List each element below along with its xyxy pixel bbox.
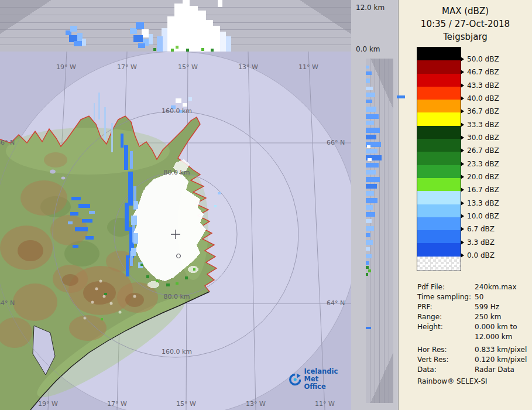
range-ring-label: 80.0 km [163,169,190,176]
product-datetime: 10:35 / 27-Oct-2018 [399,18,532,30]
info-row: 12.000 km [417,332,530,342]
scale-value-label: 0.0 dBZ [467,251,495,259]
altitude-scale-max-label: 12.0 km [356,4,385,12]
scale-arrow-icon [461,201,464,206]
info-value: 0.833 km/pixel [475,345,530,355]
scale-value-label: 33.3 dBZ [467,121,499,129]
scale-row: 20.0 dBZ [461,173,499,181]
info-label: Range: [417,312,475,322]
info-label: Pdf File: [417,282,475,292]
below-threshold-swatch [417,257,461,271]
scale-arrow-icon [461,162,464,166]
info-value: 12.000 km [475,332,530,342]
scale-swatch [417,165,461,178]
scale-row: 36.7 dBZ [461,107,499,115]
lon-label-bottom: 13° W [246,400,266,408]
scale-row: 3.3 dBZ [461,238,495,247]
info-label: Time sampling: [417,292,475,302]
info-row: Hor Res:0.833 km/pixel [417,345,530,355]
legend-panel: MAX (dBZ) 10:35 / 27-Oct-2018 Teigsbjarg [398,0,532,410]
lon-label-bottom: 19° W [38,400,58,408]
scale-arrow-icon [461,57,464,62]
info-label: PRF: [417,302,475,312]
scale-value-label: 20.0 dBZ [467,173,499,181]
scale-value-label: 30.0 dBZ [467,134,499,142]
scale-row: 6.7 dBZ [461,225,495,233]
range-ring-label: 80.0 km [163,293,190,300]
scale-swatch [417,126,461,139]
info-row: Pdf File:240km.max [417,282,530,292]
lat-label-right: 64° N [327,299,345,307]
info-value: Radar Data [475,365,530,375]
info-value: 599 Hz [475,302,530,312]
scale-value-label: 43.3 dBZ [467,81,499,90]
scale-arrow-icon [461,83,464,88]
dbz-color-scale [417,47,461,271]
range-ring-label: 160.0 km [162,107,192,115]
info-label: Vert Res: [417,355,475,365]
product-title: MAX (dBZ) [399,5,532,18]
scale-arrow-icon [461,240,464,245]
info-value: 50 [475,292,530,302]
product-title-block: MAX (dBZ) 10:35 / 27-Oct-2018 Teigsbjarg [399,5,532,43]
scale-arrow-icon [461,227,464,231]
lon-label-bottom: 11° W [315,400,335,408]
product-info: Pdf File:240km.max Time sampling:50 PRF:… [417,282,530,375]
scale-row: 26.7 dBZ [461,146,499,155]
scale-row: 13.3 dBZ [461,199,499,207]
top-cross-section-canvas [0,0,351,52]
scale-row: 46.7 dBZ [461,68,499,76]
radar-viewer: 19° W 17° W 15° W 13° W 11° W 19° W 17° … [0,0,532,410]
side-cross-section-panel [366,59,393,403]
radar-map-panel: 19° W 17° W 15° W 13° W 11° W 19° W 17° … [0,52,351,410]
scale-row: 43.3 dBZ [461,81,499,90]
lon-label-bottom: 15° W [176,400,196,408]
scale-arrow-icon [461,253,464,258]
scale-swatch [417,100,461,112]
scale-swatch [417,191,461,204]
imo-logo-icon [289,373,301,386]
info-row: Time sampling:50 [417,292,530,302]
scale-swatch [417,230,461,243]
lon-label-top: 15° W [178,63,198,71]
scale-value-label: 26.7 dBZ [467,146,499,155]
scale-value-label: 46.7 dBZ [467,68,499,76]
scale-row: 23.3 dBZ [461,160,499,168]
lon-label-top: 17° W [117,63,137,71]
altitude-scale-min-label: 0.0 km [356,45,380,53]
info-value: 240km.max [475,282,530,292]
scale-row: 33.3 dBZ [461,121,499,129]
lon-label-top: 13° W [238,63,258,71]
info-row: PRF:599 Hz [417,302,530,312]
scale-arrow-icon [461,122,464,127]
info-row: Height:0.000 km to [417,322,530,332]
scale-swatch [417,178,461,191]
scale-value-label: 13.3 dBZ [467,199,499,207]
scale-swatch [417,243,461,256]
scale-arrow-icon [461,187,464,192]
scale-arrow-icon [461,175,464,179]
scale-swatch [417,47,461,60]
software-credit: Rainbow® SELEX-SI [417,377,488,385]
scale-value-label: 16.7 dBZ [467,186,499,194]
info-value: 0.120 km/pixel [475,355,530,365]
info-label [417,332,475,342]
scale-swatch [417,139,461,152]
scale-arrow-icon [461,135,464,140]
scale-value-label: 10.0 dBZ [467,212,499,220]
lat-label-left: 64° N [0,299,15,307]
scale-value-label: 23.3 dBZ [467,160,499,168]
scale-swatch [417,217,461,230]
scale-swatch [417,112,461,125]
side-cross-section-canvas [366,59,393,403]
scale-swatch [417,74,461,87]
scale-value-label: 3.3 dBZ [467,238,495,247]
scale-arrow-icon [461,148,464,153]
info-label: Height: [417,322,475,332]
imo-logo: Icelandic Met Office [289,368,351,391]
scale-swatch [417,60,461,73]
scale-arrow-icon [461,214,464,218]
scale-swatch [417,152,461,165]
imo-logo-text: Icelandic Met Office [304,368,351,391]
info-row: Range:250 km [417,312,530,322]
